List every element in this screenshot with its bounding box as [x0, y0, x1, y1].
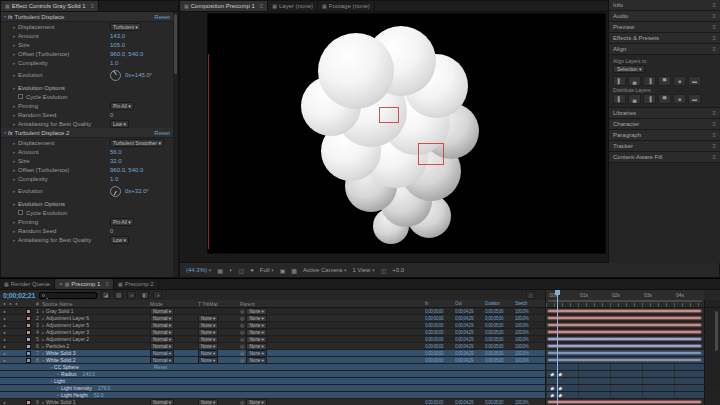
keyframe-icon[interactable]: ◆ — [550, 392, 554, 399]
label-color-chip[interactable] — [26, 344, 31, 349]
out-value[interactable]: 0;00;04;29 — [455, 309, 485, 314]
out-value[interactable]: 0;00;04;29 — [455, 330, 485, 335]
lock-icon[interactable] — [20, 351, 25, 356]
layer-duration-bar[interactable] — [547, 351, 702, 355]
solo-icon[interactable] — [14, 309, 19, 314]
timeline-tab-2[interactable]: ▦ Precomp 2 — [114, 279, 159, 289]
dock-panel-content-aware-fill[interactable]: Content-Aware Fill≡ — [609, 152, 720, 163]
property-dropdown[interactable]: Turbulent ▾ — [110, 23, 141, 31]
lock-icon[interactable] — [20, 337, 25, 342]
eye-icon[interactable]: ● — [2, 323, 7, 328]
hide-shy-layers-icon[interactable]: ◖ — [127, 291, 136, 299]
dock-panel-align[interactable]: Align≡ — [609, 44, 720, 55]
solo-icon[interactable] — [14, 400, 19, 405]
stretch-value[interactable]: 100.0% — [515, 358, 545, 363]
eye-icon[interactable]: ● — [2, 400, 7, 405]
current-time-display[interactable]: 0;00;02;21 — [3, 292, 35, 299]
twirl-icon[interactable]: ▸ — [42, 330, 44, 335]
align-button-5[interactable]: ▬ — [688, 76, 701, 86]
comp-tab-2[interactable]: ▦ Footage (none) — [318, 1, 375, 11]
parent-dropdown[interactable]: None ▾ — [246, 315, 266, 322]
out-value[interactable]: 0;00;04;29 — [455, 316, 485, 321]
column-mode[interactable]: Mode — [150, 301, 198, 307]
layer-track[interactable] — [545, 350, 704, 356]
audio-icon[interactable] — [8, 309, 13, 314]
effect-property-group[interactable]: ▸Evolution Options — [1, 83, 173, 92]
label-color-chip[interactable] — [26, 351, 31, 356]
property-track[interactable] — [545, 364, 704, 370]
property-group-row[interactable]: ▾CC Sphere Reset — [0, 364, 720, 371]
timeline-tab-1[interactable]: × ▦ Precomp 1 ≡ — [55, 279, 114, 289]
layer-track[interactable] — [545, 343, 704, 349]
stretch-value[interactable]: 100.0% — [515, 309, 545, 314]
layer-search-input[interactable] — [39, 292, 97, 299]
align-button-4[interactable]: ■ — [673, 76, 686, 86]
effect-header[interactable]: ▾ fx Turbulent Displace 2 Reset — [1, 128, 173, 138]
parent-dropdown[interactable]: None ▾ — [246, 399, 266, 405]
parent-dropdown[interactable]: None ▾ — [246, 357, 266, 364]
property-value[interactable]: 960.0, 540.0 — [110, 167, 143, 173]
trkmat-dropdown[interactable]: None ▾ — [198, 399, 218, 405]
out-value[interactable]: 0;00;04;29 — [455, 358, 485, 363]
parent-pickwhip-icon[interactable]: ◎ — [240, 343, 244, 349]
layer-duration-bar[interactable] — [547, 344, 702, 348]
layer-name[interactable]: White Solid 3 — [46, 350, 75, 356]
panel-menu-icon[interactable]: ≡ — [712, 154, 716, 160]
tab-effect-controls[interactable]: ▦ Effect Controls Gray Solid 1 ≡ — [1, 1, 99, 11]
composition-mini-flowchart-icon[interactable]: ◪ — [101, 291, 110, 299]
column-trkmat[interactable]: T TrkMat — [198, 301, 240, 307]
solo-icon[interactable] — [14, 316, 19, 321]
stretch-value[interactable]: 100.0% — [515, 400, 545, 405]
solo-icon[interactable] — [14, 337, 19, 342]
twirl-icon[interactable]: ▾ — [50, 365, 52, 370]
angle-dial[interactable] — [110, 186, 121, 197]
panel-menu-icon[interactable]: ≡ — [712, 121, 716, 127]
twirl-icon[interactable]: ▸ — [42, 323, 44, 328]
keyframe-icon[interactable]: ◆ — [558, 371, 562, 378]
duration-value[interactable]: 0;00;05;00 — [485, 316, 515, 321]
snapshot-icon[interactable]: ◫ — [239, 267, 245, 274]
keyframe-icon[interactable]: ◆ — [558, 392, 562, 399]
lock-icon[interactable] — [20, 330, 25, 335]
property-track[interactable]: ◆◆ — [545, 385, 704, 391]
parent-dropdown[interactable]: None ▾ — [246, 350, 266, 357]
column-source-name[interactable]: Source Name — [42, 301, 150, 307]
layer-name[interactable]: Adjustment Layer 2 — [46, 336, 89, 342]
blend-mode-dropdown[interactable]: Normal ▾ — [150, 336, 174, 342]
distribute-button-0[interactable]: ▌ — [613, 94, 626, 104]
comp-tab-1[interactable]: ▦ Layer (none) — [268, 1, 318, 11]
scrollbar-thumb[interactable] — [174, 14, 177, 74]
duration-value[interactable]: 0;00;05;00 — [485, 337, 515, 342]
layer-track[interactable] — [545, 308, 704, 314]
dock-panel-tracker[interactable]: Tracker≡ — [609, 141, 720, 152]
in-value[interactable]: 0;00;00;00 — [425, 323, 455, 328]
property-track[interactable]: ◆◆ — [545, 392, 704, 398]
playhead[interactable] — [557, 290, 558, 405]
audio-icon[interactable] — [8, 358, 13, 363]
label-color-chip[interactable] — [26, 330, 31, 335]
audio-icon[interactable] — [8, 344, 13, 349]
camera-dropdown[interactable]: Active Camera ▾ — [303, 267, 347, 273]
eye-icon[interactable]: ● — [2, 309, 7, 314]
align-button-1[interactable]: ▄ — [628, 76, 641, 86]
trkmat-dropdown[interactable]: None ▾ — [198, 357, 218, 363]
layer-track[interactable] — [545, 329, 704, 335]
solo-icon[interactable] — [14, 323, 19, 328]
property-dropdown[interactable]: Pin All ▾ — [110, 102, 134, 110]
label-color-chip[interactable] — [26, 323, 31, 328]
parent-pickwhip-icon[interactable]: ◎ — [240, 329, 244, 335]
duration-value[interactable]: 0;00;05;00 — [485, 323, 515, 328]
parent-pickwhip-icon[interactable]: ◎ — [240, 399, 244, 405]
panel-menu-icon[interactable]: ≡ — [260, 3, 264, 9]
trkmat-dropdown[interactable]: None ▾ — [198, 350, 218, 356]
solo-icon[interactable] — [14, 351, 19, 356]
stretch-value[interactable]: 100.0% — [515, 351, 545, 356]
audio-icon[interactable] — [8, 337, 13, 342]
blend-mode-dropdown[interactable]: Normal ▾ — [150, 315, 174, 321]
keyframe-icon[interactable]: ◆ — [550, 371, 554, 378]
property-track[interactable] — [545, 378, 704, 384]
mask-visibility-icon[interactable]: ◗ — [229, 267, 233, 273]
playhead-handle[interactable] — [555, 290, 560, 295]
property-value[interactable]: 52.0 — [94, 392, 104, 398]
property-value[interactable]: 0x+32.0° — [125, 188, 149, 194]
